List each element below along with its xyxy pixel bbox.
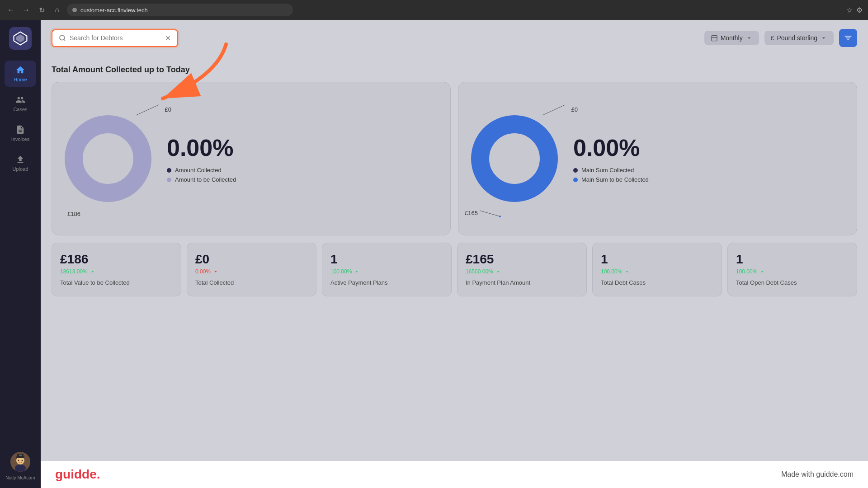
sidebar-label-home: Home: [14, 77, 27, 82]
chart-legend-left: Amount Collected Amount to be Collected: [167, 167, 236, 183]
svg-marker-2: [16, 34, 24, 42]
home-icon: [15, 65, 25, 75]
user-name: Nutty McAcorn: [5, 475, 35, 481]
address-bar[interactable]: customer-acc.finview.tech: [67, 4, 293, 16]
sidebar-item-upload[interactable]: Upload: [5, 150, 36, 176]
stat-label-2: Active Payment Plans: [330, 279, 443, 287]
chart-card-right: £0 £165: [458, 82, 857, 235]
monthly-label: Monthly: [721, 34, 743, 42]
url-text: customer-acc.finview.tech: [80, 7, 148, 14]
stat-value-5: 1: [736, 252, 849, 267]
legend-item-main-to-collect: Main Sum to be Collected: [573, 176, 649, 183]
currency-chevron-icon: [820, 34, 827, 42]
app-logo[interactable]: [9, 27, 32, 50]
reload-button[interactable]: ↻: [36, 5, 47, 15]
donut-right-bottom-label: £165: [465, 208, 502, 217]
sidebar-item-home[interactable]: Home: [5, 61, 36, 87]
stat-card-0: £186 18613.00% Total Value to be Collect…: [52, 243, 181, 296]
logo-icon: [12, 30, 28, 47]
sidebar-nav: Home Cases Invoices Upload: [0, 61, 41, 452]
invoices-icon: [15, 125, 25, 135]
upload-icon: [15, 155, 25, 164]
sidebar-item-invoices[interactable]: Invoices: [5, 120, 36, 146]
chart-percentage-right: 0.00%: [573, 134, 649, 161]
svg-point-22: [499, 216, 501, 217]
page-content: Total Amount Collected up to Today £0: [41, 56, 868, 461]
stat-label-0: Total Value to be Collected: [60, 279, 173, 287]
footer: guidde. Made with guidde.com: [41, 461, 868, 488]
stat-label-1: Total Collected: [195, 279, 308, 287]
stat-label-3: In Payment Plan Amount: [466, 279, 578, 287]
currency-dropdown[interactable]: £ Pound sterling: [764, 31, 834, 45]
star-icon[interactable]: ☆: [846, 6, 853, 14]
search-clear-button[interactable]: ✕: [165, 34, 171, 42]
stat-change-0: 18613.00%: [60, 268, 173, 275]
sidebar-label-invoices: Invoices: [11, 136, 29, 142]
browser-toolbar: ☆ ⚙: [846, 6, 863, 14]
svg-line-12: [64, 39, 65, 41]
sidebar-item-cases[interactable]: Cases: [5, 90, 36, 117]
browser-chrome: ← → ↻ ⌂ customer-acc.finview.tech ☆ ⚙: [0, 0, 868, 20]
svg-rect-8: [19, 455, 22, 456]
stat-value-4: 1: [601, 252, 713, 267]
stat-card-3: £165 16500.00% In Payment Plan Amount: [457, 243, 587, 296]
charts-row: £0 £186 0.00%: [52, 82, 857, 235]
chart-info-right: 0.00% Main Sum Collected Main Sum to be …: [573, 134, 649, 183]
donut-svg-left: [63, 113, 153, 204]
stat-change-2: 100.00%: [330, 268, 443, 275]
donut-svg-right: [469, 113, 560, 204]
stat-value-1: £0: [195, 252, 308, 267]
legend-dot-main-to-collect: [573, 178, 578, 182]
back-button[interactable]: ←: [5, 5, 16, 15]
stat-change-1: 0.00%: [195, 268, 308, 275]
filter-button[interactable]: [839, 29, 857, 47]
legend-label-collected: Amount Collected: [175, 167, 222, 174]
stat-value-2: 1: [330, 252, 443, 267]
chart-info-left: 0.00% Amount Collected Amount to be Coll…: [167, 134, 236, 183]
footer-tagline: Made with guidde.com: [781, 470, 854, 479]
stat-card-5: 1 100.00% Total Open Debt Cases: [727, 243, 857, 296]
svg-point-5: [15, 465, 26, 472]
home-nav-button[interactable]: ⌂: [52, 5, 62, 15]
stat-change-4: 100.00%: [601, 268, 713, 275]
chart-legend-right: Main Sum Collected Main Sum to be Collec…: [573, 167, 649, 183]
svg-point-10: [21, 460, 23, 461]
svg-rect-13: [712, 36, 717, 41]
calendar-icon: [711, 34, 718, 42]
chart-card-left: £0 £186 0.00%: [52, 82, 451, 235]
app-container: Home Cases Invoices Upload: [0, 20, 868, 488]
svg-point-9: [18, 460, 19, 461]
line-bottom-right: [480, 208, 502, 217]
svg-point-18: [74, 124, 142, 193]
donut-left: £0 £186: [63, 113, 153, 204]
svg-line-21: [480, 211, 500, 216]
svg-point-20: [480, 124, 549, 193]
search-container[interactable]: ✕: [52, 29, 178, 47]
chevron-down-icon: [745, 34, 753, 42]
app-header: ✕ Monthly £ Pound sterling: [41, 20, 868, 56]
legend-dot-collected: [167, 168, 171, 173]
forward-button[interactable]: →: [21, 5, 32, 15]
stat-value-0: £186: [60, 252, 173, 267]
search-icon: [59, 34, 66, 42]
stat-card-2: 1 100.00% Active Payment Plans: [322, 243, 452, 296]
sidebar-label-upload: Upload: [13, 166, 28, 172]
header-controls: Monthly £ Pound sterling: [704, 29, 857, 47]
monthly-dropdown[interactable]: Monthly: [704, 31, 759, 45]
main-content: ✕ Monthly £ Pound sterling: [41, 20, 868, 488]
legend-label-main-to-collect: Main Sum to be Collected: [581, 176, 649, 183]
donut-left-bottom-label: £186: [67, 211, 80, 217]
stat-card-1: £0 0.00% Total Collected: [187, 243, 316, 296]
legend-item-collected: Amount Collected: [167, 167, 236, 174]
legend-item-to-collect: Amount to be Collected: [167, 176, 236, 183]
stat-label-4: Total Debt Cases: [601, 279, 713, 287]
extensions-icon[interactable]: ⚙: [856, 6, 863, 14]
legend-label-to-collect: Amount to be Collected: [175, 176, 236, 183]
legend-item-main-collected: Main Sum Collected: [573, 167, 649, 174]
user-avatar[interactable]: [10, 452, 30, 472]
stat-label-5: Total Open Debt Cases: [736, 279, 849, 287]
svg-point-11: [60, 35, 65, 40]
avatar-image: [10, 452, 30, 472]
search-input[interactable]: [70, 34, 161, 42]
legend-dot-main-collected: [573, 168, 578, 173]
